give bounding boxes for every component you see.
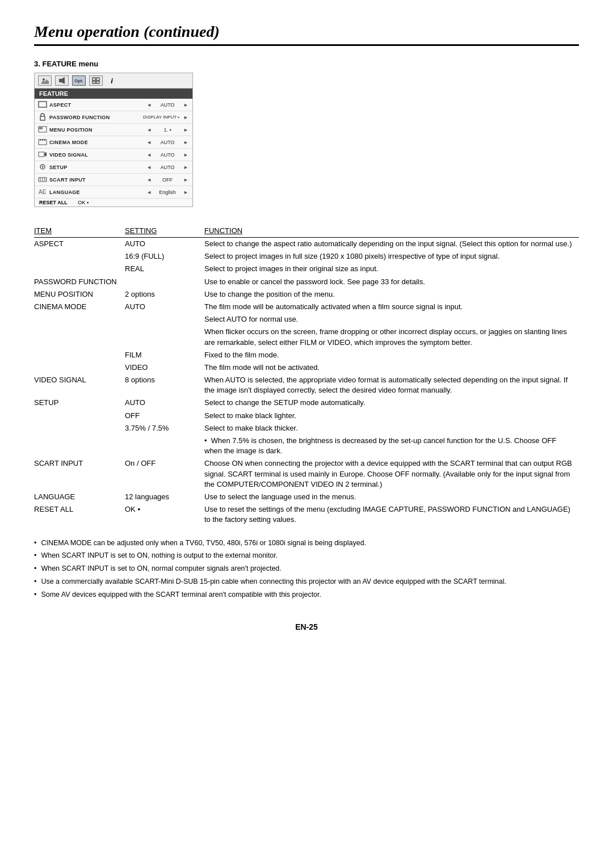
menu-row-scart: SCART INPUT ◄ OFF ►: [35, 174, 192, 186]
setting-setup-auto: AUTO: [125, 397, 204, 409]
menupos-arrow-right: ►: [182, 127, 190, 133]
opt-menu-icon: Opt.: [72, 75, 86, 86]
list-item: When SCART INPUT is set to ON, normal co…: [34, 563, 579, 574]
setup-arrow-left: ◄: [145, 165, 153, 170]
password-label: PASSWORD FUNCTION: [48, 115, 141, 120]
menu-row-cinema: CINEMA MODE ◄ AUTO ►: [35, 136, 192, 149]
reset-label: RESET ALL: [39, 200, 68, 205]
feature-menu-ui: Opt. i FEATURE ASPECT ◄ AUTO ► PASSWORD …: [34, 73, 193, 207]
function-cinema-auto: The film mode will be automatically acti…: [204, 301, 579, 313]
list-item: Use a commercially available SCART-Mini …: [34, 576, 579, 587]
svg-rect-16: [39, 152, 44, 157]
sound-menu-icon: [55, 75, 69, 86]
password-arrow-right: ►: [182, 115, 190, 120]
feature-table: ITEM SETTING FUNCTION ASPECT AUTO Select…: [34, 225, 579, 526]
item-scart: SCART INPUT: [34, 457, 125, 491]
function-cinema-note2: When flicker occurs on the screen, frame…: [204, 326, 579, 348]
menu-icon-bar: Opt. i: [35, 73, 192, 89]
item-aspect: ASPECT: [34, 238, 125, 251]
table-row: SETUP AUTO Select to change the SETUP mo…: [34, 397, 579, 409]
table-row: • When 7.5% is chosen, the brightness is…: [34, 435, 579, 457]
function-aspect-full: Select to project images in full size (1…: [204, 250, 579, 263]
col-item: ITEM: [34, 225, 125, 238]
language-arrow-left: ◄: [145, 189, 153, 195]
menupos-icon: [37, 126, 48, 134]
svg-rect-15: [42, 139, 43, 141]
table-row: 16:9 (FULL) Select to project images in …: [34, 250, 579, 263]
function-language: Use to select the language used in the m…: [204, 491, 579, 503]
cinema-arrow-left: ◄: [145, 140, 153, 145]
menu-row-password: PASSWORD FUNCTION DISPLAY INPUT ▪ ►: [35, 111, 192, 124]
svg-marker-17: [44, 152, 47, 157]
svg-point-19: [42, 166, 44, 167]
table-row: SCART INPUT On / OFF Choose ON when conn…: [34, 457, 579, 491]
table-row: VIDEO SIGNAL 8 options When AUTO is sele…: [34, 374, 579, 397]
setting-setup-off: OFF: [125, 410, 204, 422]
cinema-value: AUTO: [153, 140, 182, 145]
expand-menu-icon: [89, 75, 103, 86]
svg-rect-8: [39, 102, 47, 107]
table-row: MENU POSITION 2 options Use to change th…: [34, 288, 579, 301]
setting-cinema-auto: AUTO: [125, 301, 204, 313]
menu-row-language: AE LANGUAGE ◄ English ►: [35, 186, 192, 199]
item-cinema: CINEMA MODE: [34, 301, 125, 313]
function-setup-off: Select to make black lighter.: [204, 410, 579, 422]
scart-arrow-left: ◄: [145, 177, 153, 183]
setting-auto: AUTO: [125, 238, 204, 251]
aspect-arrow-left: ◄: [145, 102, 153, 108]
table-row: RESET ALL OK ▪ Use to reset the settings…: [34, 503, 579, 526]
svg-point-0: [43, 78, 45, 81]
list-item: When SCART INPUT is set to ON, nothing i…: [34, 550, 579, 561]
aspect-icon: [37, 101, 48, 109]
setup-arrow-right: ►: [182, 165, 190, 170]
bullet-3: When SCART INPUT is set to ON, normal co…: [41, 563, 281, 574]
video-arrow-right: ►: [182, 152, 190, 158]
setting-language: 12 languages: [125, 491, 204, 503]
menu-row-setup: SETUP ◄ AUTO ►: [35, 161, 192, 174]
video-arrow-left: ◄: [145, 152, 153, 158]
aspect-label: ASPECT: [48, 102, 145, 108]
aspect-arrow-right: ►: [182, 102, 190, 108]
table-row: REAL Select to project images in their o…: [34, 263, 579, 275]
item-resetall: RESET ALL: [34, 503, 125, 526]
menu-row-video: VIDEO SIGNAL ◄ AUTO ►: [35, 149, 192, 161]
item-password: PASSWORD FUNCTION: [34, 276, 125, 288]
password-icon: [37, 113, 48, 122]
scart-arrow-right: ►: [182, 177, 190, 183]
notes-list: CINEMA MODE can be adjusted only when a …: [34, 538, 579, 600]
function-videosignal: When AUTO is selected, the appropriate v…: [204, 374, 579, 397]
svg-marker-1: [41, 79, 49, 84]
svg-rect-2: [59, 79, 61, 82]
table-row: Select AUTO for normal use.: [34, 313, 579, 326]
function-menupos: Use to change the position of the menu.: [204, 288, 579, 301]
svg-marker-3: [61, 77, 65, 84]
item-menupos: MENU POSITION: [34, 288, 125, 301]
function-aspect-real: Select to project images in their origin…: [204, 263, 579, 275]
function-setup-auto: Select to change the SETUP mode automati…: [204, 397, 579, 409]
col-function: FUNCTION: [204, 225, 579, 238]
item-videosignal: VIDEO SIGNAL: [34, 374, 125, 397]
bullet-1: CINEMA MODE can be adjusted only when a …: [41, 538, 366, 549]
svg-rect-6: [93, 81, 95, 83]
table-row: CINEMA MODE AUTO The film mode will be a…: [34, 301, 579, 313]
menu-row-reset: RESET ALL OK ▪: [35, 199, 192, 207]
feature-menu-label: 3. FEATURE menu: [34, 60, 579, 68]
menu-row-menupos: MENU POSITION ◄ 1. ▪ ►: [35, 124, 192, 136]
language-label: LANGUAGE: [48, 189, 145, 195]
video-label: VIDEO SIGNAL: [48, 152, 145, 158]
table-row: FILM Fixed to the film mode.: [34, 349, 579, 361]
bullet-5: Some AV devices equipped with the SCART …: [41, 589, 321, 600]
scart-value: OFF: [153, 177, 182, 183]
table-row: When flicker occurs on the screen, frame…: [34, 326, 579, 348]
svg-rect-11: [39, 127, 43, 129]
function-password: Use to enable or cancel the password loc…: [204, 276, 579, 288]
setting-video: VIDEO: [125, 361, 204, 374]
function-setup-pct: Select to make black thicker.: [204, 422, 579, 435]
svg-rect-9: [40, 116, 45, 120]
col-setting: SETTING: [125, 225, 204, 238]
function-film: Fixed to the film mode.: [204, 349, 579, 361]
password-value: DISPLAY INPUT ▪: [141, 115, 182, 120]
aspect-value: AUTO: [153, 102, 182, 108]
language-value: English: [153, 189, 182, 195]
menu-header: FEATURE: [35, 89, 192, 99]
